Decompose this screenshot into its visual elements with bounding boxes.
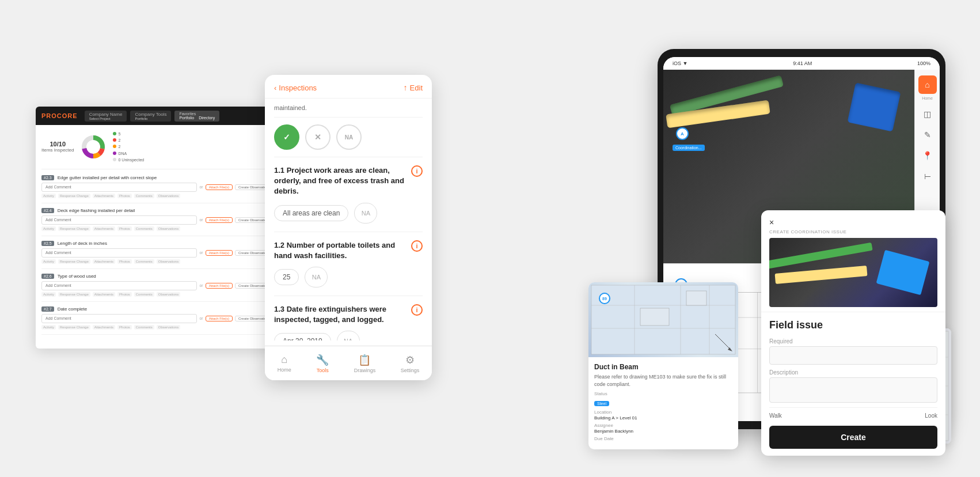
required-input[interactable] bbox=[769, 346, 937, 365]
sidebar-layers-icon[interactable]: ◫ bbox=[918, 105, 937, 123]
required-field-group: Required bbox=[769, 338, 937, 365]
issue-location-row: Location Building A > Level 01 bbox=[594, 410, 732, 421]
issue-status-badge: Steel bbox=[594, 401, 609, 406]
form-meta-2: ActivityResponse Change AttachmentsPhoto… bbox=[41, 226, 272, 231]
sidebar-pin-icon[interactable]: 📍 bbox=[918, 146, 937, 165]
item-2-title: 1.2 Number of portable toilets and hand … bbox=[274, 240, 411, 261]
comment-input-5[interactable] bbox=[41, 314, 197, 323]
item-3-info-icon[interactable]: i bbox=[411, 304, 423, 316]
attach-btn-1[interactable]: Attach File(s) bbox=[206, 184, 233, 190]
description-label: Description bbox=[769, 369, 937, 376]
attach-btn-5[interactable]: Attach File(s) bbox=[206, 316, 233, 321]
ipad-status-time: 9:41 AM bbox=[793, 60, 812, 66]
chart-section: 10/10 Items Inspected 5 2 2 DNA 0 Uninsp… bbox=[41, 131, 272, 169]
issue-detail-card: 89 Duct in Beam Please refer to drawing … bbox=[588, 282, 738, 449]
row-title-5: Date complete bbox=[58, 306, 88, 312]
form-row-2: #2.4 Deck edge flashing installed per de… bbox=[41, 208, 272, 236]
item-3-title: 1.3 Date fire extinguishers were inspect… bbox=[274, 304, 411, 325]
tab-tools-label: Tools bbox=[317, 368, 329, 373]
company-tools-nav[interactable]: Company Tools Portfolio bbox=[130, 111, 171, 122]
home-tab-icon: ⌂ bbox=[281, 354, 287, 366]
mobile-body: maintained. ✓ ✕ NA 1.1 Project work area… bbox=[265, 99, 432, 340]
overlay-pipe-blue bbox=[876, 250, 930, 296]
comment-input-2[interactable] bbox=[41, 215, 197, 225]
overlay-close-btn[interactable]: × bbox=[769, 218, 774, 227]
edit-label: Edit bbox=[410, 84, 423, 92]
description-field-group: Description bbox=[769, 369, 937, 403]
inspection-item-3: 1.3 Date fire extinguishers were inspect… bbox=[274, 296, 423, 340]
overlay-3d-preview bbox=[769, 238, 937, 307]
issue-card-image: 89 bbox=[588, 282, 738, 357]
mobile-tab-bar: ⌂ Home 🔧 Tools 📋 Drawings ⚙ Settings bbox=[265, 346, 432, 380]
attach-btn-3[interactable]: Attach File(s) bbox=[206, 250, 233, 256]
tools-tab-icon: 🔧 bbox=[316, 354, 329, 366]
comment-input-4[interactable] bbox=[41, 281, 197, 290]
row-title-4: Type of wood used bbox=[58, 274, 96, 279]
look-label[interactable]: Look bbox=[925, 412, 937, 419]
overlay-header: × CREATE COORDINATION ISSUE bbox=[761, 210, 945, 312]
back-button[interactable]: ‹ Inspections bbox=[274, 84, 317, 92]
item-1-na[interactable]: NA bbox=[354, 203, 377, 224]
desktop-content: 10/10 Items Inspected 5 2 2 DNA 0 Uninsp… bbox=[36, 125, 278, 345]
inspection-intro: maintained. bbox=[274, 99, 423, 118]
issue-desc: Please refer to drawing ME103 to make su… bbox=[594, 373, 732, 388]
row-number-4: #2.6 bbox=[41, 274, 54, 279]
item-2-answer[interactable]: 25 bbox=[274, 269, 299, 285]
row-title-2: Deck edge flashing installed per detail bbox=[58, 208, 135, 213]
description-input[interactable] bbox=[769, 377, 937, 403]
issue-duedate-row: Due Date bbox=[594, 436, 732, 441]
issue-status-label: Status bbox=[594, 391, 732, 396]
issue-assignee-row: Assignee Benjamin Backlynn bbox=[594, 423, 732, 434]
sidebar-measure-icon[interactable]: ⊢ bbox=[918, 167, 937, 186]
comment-input-3[interactable] bbox=[41, 248, 197, 258]
issue-location-label: Location bbox=[594, 410, 732, 415]
walk-label[interactable]: Walk bbox=[769, 412, 782, 419]
tab-settings[interactable]: ⚙ Settings bbox=[401, 354, 420, 373]
sidebar-home-icon[interactable]: ⌂ bbox=[918, 75, 937, 94]
required-label: Required bbox=[769, 338, 937, 344]
chart-count: 10/10 bbox=[41, 141, 74, 147]
overlay-pipe-yellow bbox=[775, 266, 868, 284]
company-name-nav[interactable]: Company Name Select Project bbox=[85, 111, 127, 122]
attach-btn-4[interactable]: Attach File(s) bbox=[206, 283, 233, 289]
edit-button[interactable]: ↑ Edit bbox=[404, 83, 423, 92]
sidebar-markup-icon[interactable]: ✎ bbox=[918, 126, 937, 144]
tab-drawings[interactable]: 📋 Drawings bbox=[354, 354, 376, 373]
svg-rect-23 bbox=[686, 291, 706, 305]
tab-tools[interactable]: 🔧 Tools bbox=[316, 354, 329, 373]
form-row-4: #2.6 Type of wood used or Attach File(s)… bbox=[41, 274, 272, 302]
attach-btn-2[interactable]: Attach File(s) bbox=[206, 217, 233, 223]
item-2-na[interactable]: NA bbox=[305, 267, 328, 287]
item-1-answer-row: All areas are clean NA bbox=[274, 203, 423, 224]
item-2-info-icon[interactable]: i bbox=[411, 240, 423, 252]
comment-input-1[interactable] bbox=[41, 183, 197, 192]
overlay-title-label: CREATE COORDINATION ISSUE bbox=[769, 229, 937, 234]
item-1-answer[interactable]: All areas are clean bbox=[274, 205, 348, 221]
status-x-btn[interactable]: ✕ bbox=[305, 124, 331, 150]
tab-home[interactable]: ⌂ Home bbox=[278, 354, 291, 373]
donut-chart-svg bbox=[81, 134, 106, 160]
status-check-btn[interactable]: ✓ bbox=[274, 124, 299, 150]
desktop-panel: PROCORE Company Name Select Project Comp… bbox=[36, 107, 278, 349]
item-1-info-icon[interactable]: i bbox=[411, 165, 423, 177]
chart-sub: Items Inspected bbox=[41, 147, 74, 153]
item-2-answer-row: 25 NA bbox=[274, 267, 423, 287]
create-issue-btn[interactable]: Create bbox=[769, 426, 937, 449]
row-number-2: #2.4 bbox=[41, 208, 54, 213]
favorites-nav[interactable]: Favorites Portfolio Directory bbox=[174, 111, 219, 122]
item-3-na[interactable]: NA bbox=[337, 331, 360, 340]
item-3-answer[interactable]: Apr 30, 2019 bbox=[274, 333, 331, 340]
status-na-btn[interactable]: NA bbox=[336, 124, 362, 150]
form-meta-5: ActivityResponse Change AttachmentsPhoto… bbox=[41, 325, 272, 330]
row-title-1: Edge gutter installed per detail with co… bbox=[58, 175, 157, 180]
ipad-status-battery: 100% bbox=[917, 60, 930, 66]
item-1-title: 1.1 Project work areas are clean, orderl… bbox=[274, 165, 411, 197]
item-3-answer-row: Apr 30, 2019 NA bbox=[274, 331, 423, 340]
mobile-header: ‹ Inspections ↑ Edit bbox=[265, 75, 432, 99]
tab-settings-label: Settings bbox=[401, 368, 420, 373]
form-row-3: #2.5 Length of deck in inches or Attach … bbox=[41, 241, 272, 269]
svg-rect-22 bbox=[640, 308, 669, 325]
row-number-5: #2.7 bbox=[41, 306, 54, 312]
ipad-status-bar: iOS ▼ 9:41 AM 100% bbox=[663, 57, 940, 70]
chart-legend: 5 2 2 DNA 0 Uninspected bbox=[113, 131, 144, 163]
